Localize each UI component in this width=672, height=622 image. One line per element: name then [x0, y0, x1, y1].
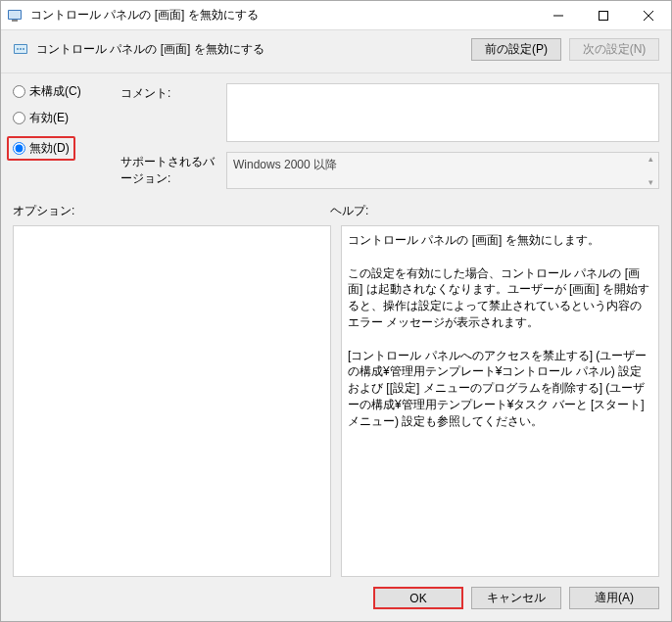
svg-rect-4: [600, 11, 608, 20]
window-title: コントロール パネルの [画面] を無効にする: [28, 7, 536, 24]
next-setting-button[interactable]: 次の設定(N): [569, 38, 659, 61]
footer-buttons: OK キャンセル 適用(A): [1, 577, 671, 621]
scroll-up-icon: ▴: [645, 154, 656, 164]
policy-icon: [13, 42, 28, 58]
radio-unconfigured-label: 未構成(C): [29, 83, 81, 100]
support-box: Windows 2000 以降 ▴ ▾: [226, 152, 659, 189]
help-label: ヘルプ:: [330, 203, 368, 219]
comment-row: コメント:: [120, 83, 659, 142]
radio-group: 未構成(C) 有効(E) 無効(D): [13, 83, 111, 189]
header-title-box: コントロール パネルの [画面] を無効にする: [13, 41, 459, 58]
mid-labels: オプション: ヘルプ:: [1, 199, 671, 225]
radio-unconfigured[interactable]: 未構成(C): [13, 83, 111, 100]
radio-disabled[interactable]: 無効(D): [13, 140, 70, 157]
comment-input[interactable]: [226, 83, 659, 142]
minimize-button[interactable]: [536, 1, 581, 29]
maximize-button[interactable]: [581, 1, 626, 29]
panes-row: コントロール パネルの [画面] を無効にします。 この設定を有効にした場合、コ…: [1, 225, 671, 577]
svg-point-10: [20, 48, 22, 50]
ok-button[interactable]: OK: [373, 587, 463, 609]
app-icon: [1, 8, 28, 24]
window-controls: [536, 1, 671, 29]
radio-enabled[interactable]: 有効(E): [13, 110, 111, 126]
radio-disabled-input[interactable]: [13, 142, 25, 155]
support-label: サポートされるバージョン:: [120, 152, 218, 189]
radio-enabled-label: 有効(E): [29, 110, 69, 126]
help-text: コントロール パネルの [画面] を無効にします。 この設定を有効にした場合、コ…: [348, 232, 652, 430]
svg-rect-1: [9, 11, 21, 19]
options-pane: [13, 225, 331, 577]
close-button[interactable]: [626, 1, 671, 29]
svg-point-9: [17, 48, 19, 50]
support-value: Windows 2000 以降: [233, 158, 337, 171]
scroll-down-icon: ▾: [645, 177, 656, 187]
header-buttons: 前の設定(P) 次の設定(N): [471, 38, 659, 61]
header-title-text: コントロール パネルの [画面] を無効にする: [36, 41, 264, 58]
config-section: 未構成(C) 有効(E) 無効(D) コメント: サポートされるバージョン:: [1, 73, 671, 199]
radio-disabled-highlight: 無効(D): [7, 136, 75, 161]
svg-rect-2: [12, 20, 18, 22]
radio-disabled-label: 無効(D): [29, 140, 70, 157]
comment-label: コメント:: [120, 83, 218, 142]
help-pane: コントロール パネルの [画面] を無効にします。 この設定を有効にした場合、コ…: [341, 225, 659, 577]
fields-column: コメント: サポートされるバージョン: Windows 2000 以降 ▴ ▾: [120, 83, 659, 189]
svg-point-11: [23, 48, 24, 50]
prev-setting-button[interactable]: 前の設定(P): [471, 38, 561, 61]
options-label: オプション:: [13, 203, 330, 219]
header-row: コントロール パネルの [画面] を無効にする 前の設定(P) 次の設定(N): [1, 30, 671, 73]
dialog-window: コントロール パネルの [画面] を無効にする コントロール パネルの [画面]…: [0, 0, 672, 622]
radio-unconfigured-input[interactable]: [13, 85, 25, 98]
radio-enabled-input[interactable]: [13, 112, 25, 124]
apply-button[interactable]: 適用(A): [569, 587, 659, 609]
titlebar: コントロール パネルの [画面] を無効にする: [1, 1, 671, 30]
cancel-button[interactable]: キャンセル: [471, 587, 561, 609]
support-row: サポートされるバージョン: Windows 2000 以降 ▴ ▾: [120, 152, 659, 189]
